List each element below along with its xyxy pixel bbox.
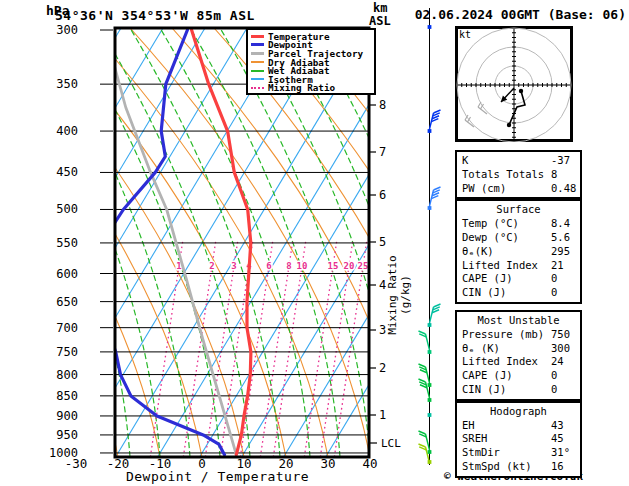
indices-row: Totals Totals8 — [457, 168, 580, 182]
pressure-tick-label: 550 — [56, 236, 78, 250]
indices-row-label: CIN (J) — [462, 286, 506, 298]
indices-row-value: 43 — [551, 419, 564, 433]
legend-line-sample — [251, 78, 264, 80]
indices-row-label: Dewp (°C) — [462, 231, 519, 243]
pressure-tick-label: 800 — [56, 368, 78, 382]
pressure-tick-label: 400 — [56, 124, 78, 138]
km-tick-label: 7 — [379, 145, 386, 159]
indices-row-value: 0 — [551, 369, 557, 383]
indices-row: EH43 — [457, 419, 580, 433]
mixing-ratio-value-label: 8 — [286, 261, 291, 271]
indices-row: Pressure (mb)750 — [457, 328, 580, 342]
wind-barb — [430, 110, 441, 129]
indices-row-value: 295 — [551, 245, 570, 259]
pressure-tick-label: 900 — [56, 409, 78, 423]
wind-level-marker — [428, 460, 432, 464]
indices-row: StmSpd (kt)16 — [457, 460, 580, 474]
km-tick-label: 8 — [379, 98, 386, 112]
indices-row: CAPE (J)0 — [457, 272, 580, 286]
indices-row-value: 45 — [551, 432, 564, 446]
km-tick-label: 6 — [379, 188, 386, 202]
indices-row: Lifted Index24 — [457, 355, 580, 369]
indices-box: SurfaceTemp (°C)8.4Dewp (°C)5.6θₑ(K)295L… — [455, 199, 582, 304]
wind-barb — [430, 187, 441, 206]
indices-row-value: 24 — [551, 355, 564, 369]
indices-box: Most UnstablePressure (mb)750θₑ (K)300Li… — [455, 310, 582, 401]
hodograph-trace-dot — [519, 89, 523, 93]
mixing-ratio-axis-title: Mixing Ratio (g/kg) — [386, 234, 412, 356]
mixing-ratio-value-label: 3 — [231, 261, 236, 271]
temp-tick-label: 40 — [362, 456, 377, 471]
mixing-ratio-value-label: 6 — [266, 261, 271, 271]
indices-row-value: 750 — [551, 328, 570, 342]
indices-row-label: CIN (J) — [462, 383, 506, 395]
indices-row: CIN (J)0 — [457, 383, 580, 397]
x-axis-title: Dewpoint / Temperature (°C) — [110, 469, 325, 486]
km-tick-label: 1 — [379, 408, 386, 422]
wet-adiabat-line — [0, 28, 100, 457]
indices-row-label: SREH — [462, 432, 487, 444]
pressure-tick-label: 600 — [56, 267, 78, 281]
legend-box: TemperatureDewpointParcel TrajectoryDry … — [246, 28, 376, 95]
wind-level-marker — [428, 413, 432, 417]
indices-row-label: Lifted Index — [462, 259, 538, 271]
indices-row-label: θₑ(K) — [462, 245, 494, 257]
indices-row-value: 0.48 — [551, 182, 576, 196]
indices-row: CIN (J)0 — [457, 286, 580, 300]
indices-row-label: StmSpd (kt) — [462, 460, 532, 472]
wind-level-marker — [428, 206, 432, 210]
indices-row-label: Temp (°C) — [462, 217, 519, 229]
pressure-tick-label: 450 — [56, 165, 78, 179]
valid-datetime: 02.06.2024 00GMT (Base: 06) — [415, 7, 626, 22]
wind-level-marker — [428, 129, 432, 133]
legend-line-sample — [251, 61, 264, 63]
mixing-ratio-line — [205, 240, 238, 457]
pressure-tick-label: 850 — [56, 389, 78, 403]
legend-line-sample — [251, 70, 264, 72]
hodograph-units-label: kt — [459, 29, 471, 40]
indices-row-label: EH — [462, 419, 475, 431]
indices-row: CAPE (J)0 — [457, 369, 580, 383]
indices-row-value: 300 — [551, 342, 570, 356]
wind-level-marker — [428, 398, 432, 402]
wind-level-marker — [428, 383, 432, 387]
pressure-tick-label: 950 — [56, 428, 78, 442]
mixing-ratio-value-label: 2 — [209, 261, 214, 271]
wind-level-marker — [428, 323, 432, 327]
wind-barb — [430, 304, 441, 323]
indices-row: Temp (°C)8.4 — [457, 217, 580, 231]
sounding-chart-page: 1234681015202530035040045050055060065070… — [0, 0, 629, 486]
indices-row-value: 0 — [551, 383, 557, 397]
indices-row-value: 21 — [551, 259, 564, 273]
legend-item: Mixing Ratio — [251, 84, 374, 93]
indices-row-label: Pressure (mb) — [462, 328, 544, 340]
indices-row: Dewp (°C)5.6 — [457, 231, 580, 245]
pressure-tick-label: 650 — [56, 295, 78, 309]
temp-tick-label: -30 — [65, 456, 88, 471]
indices-row-value: 8 — [551, 168, 557, 182]
indices-box-header: Hodograph — [457, 405, 580, 419]
legend-line-sample — [251, 43, 264, 46]
indices-row-value: 8.4 — [551, 217, 570, 231]
indices-row-label: Totals Totals — [462, 168, 544, 180]
indices-row-label: StmDir — [462, 446, 500, 458]
altitude-axis-units-km: km — [373, 1, 387, 15]
indices-row-label: PW (cm) — [462, 182, 506, 194]
indices-row: StmDir31° — [457, 446, 580, 460]
mixing-ratio-line — [334, 240, 367, 457]
wind-level-marker — [428, 450, 432, 454]
indices-row-label: CAPE (J) — [462, 272, 513, 284]
lcl-label: LCL — [381, 437, 401, 450]
mixing-ratio-line — [183, 240, 216, 457]
wind-barb — [419, 379, 430, 398]
indices-row-label: θₑ (K) — [462, 342, 500, 354]
indices-row: θₑ(K)295 — [457, 245, 580, 259]
pressure-tick-label: 750 — [56, 345, 78, 359]
indices-row: SREH45 — [457, 432, 580, 446]
mixing-ratio-value-label: 10 — [297, 261, 308, 271]
indices-row: Lifted Index21 — [457, 259, 580, 273]
mixing-ratio-value-label: 15 — [328, 261, 339, 271]
indices-row-value: -37 — [551, 154, 570, 168]
altitude-axis-units-asl: ASL — [369, 14, 391, 28]
legend-line-sample — [251, 87, 264, 89]
